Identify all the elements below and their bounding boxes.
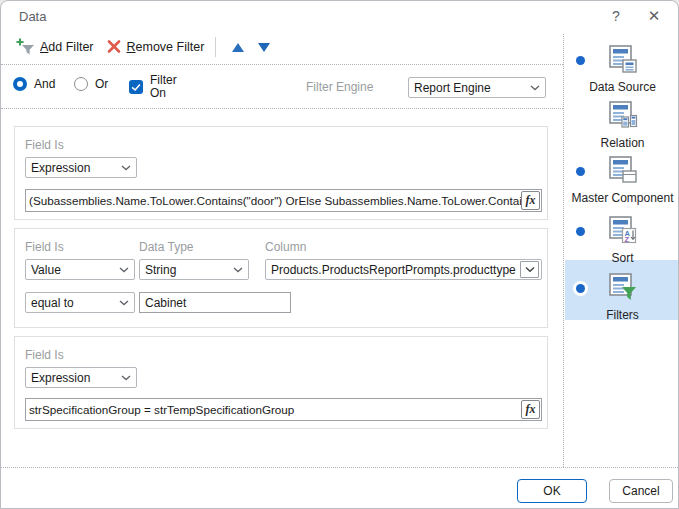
sidebar-item-relation[interactable]: Relation (564, 100, 679, 150)
sidebar-label: Sort (564, 251, 679, 265)
filter-panel-1: Field Is Expression (Subassemblies.Name.… (14, 126, 548, 220)
step-dot-icon (576, 56, 585, 65)
remove-filter-label: Remove Filter (127, 40, 205, 54)
field-is-label: Field Is (25, 138, 64, 152)
field-is-select-2[interactable]: Value (25, 259, 135, 280)
toolbar: Add Filter Remove Filter (9, 34, 277, 60)
radio-unchecked-icon (74, 77, 88, 91)
field-is-label: Field Is (25, 348, 64, 362)
add-filter-button[interactable]: Add Filter (9, 34, 100, 61)
column-select[interactable]: Products.ProductsReportPrompts.productty… (265, 259, 542, 280)
master-component-icon (607, 155, 639, 190)
arrow-down-icon (258, 43, 270, 52)
filter-options-strip: And Or Filter On Filter Engine Report En… (1, 64, 563, 109)
data-source-icon (607, 44, 639, 79)
chevron-down-icon (121, 165, 131, 171)
help-button[interactable]: ? (602, 5, 630, 27)
cancel-button[interactable]: Cancel (609, 479, 673, 503)
data-type-label: Data Type (139, 240, 193, 254)
move-down-button[interactable] (251, 36, 277, 58)
filter-on-label: Filter On (150, 74, 186, 100)
chevron-down-icon (530, 85, 540, 91)
data-dialog: Data ? ✕ Add Filter Remove Filter (0, 0, 679, 509)
relation-icon (607, 100, 639, 135)
step-dot-icon (576, 227, 585, 236)
filter-engine-select[interactable]: Report Engine (408, 77, 546, 98)
add-filter-icon (15, 37, 35, 58)
sidebar-label: Relation (564, 136, 679, 150)
field-is-select-1[interactable]: Expression (25, 157, 137, 178)
expression-field-2[interactable]: strSpecificationGroup = strTempSpecifica… (25, 398, 542, 421)
footer-separator (1, 467, 679, 468)
step-dot-icon (576, 284, 585, 293)
sidebar-label: Filters (564, 308, 679, 322)
and-radio-label: And (34, 77, 55, 91)
filter-engine-label: Filter Engine (306, 80, 373, 94)
arrow-up-icon (232, 43, 244, 52)
close-button[interactable]: ✕ (640, 5, 668, 27)
expression-field-1[interactable]: (Subassemblies.Name.ToLower.Contains("do… (25, 189, 542, 212)
fx-button[interactable]: fx (521, 400, 540, 419)
sidebar-label: Master Component (564, 191, 679, 205)
remove-filter-button[interactable]: Remove Filter (100, 35, 211, 60)
chevron-down-icon (119, 267, 129, 273)
move-up-button[interactable] (225, 36, 251, 58)
and-radio[interactable]: And (13, 77, 55, 91)
toolbar-separator (215, 37, 216, 57)
ok-button[interactable]: OK (517, 479, 587, 503)
fx-button[interactable]: fx (521, 191, 540, 210)
filter-panel-3: Field Is Expression strSpecificationGrou… (14, 336, 548, 429)
operator-select[interactable]: equal to (25, 292, 135, 313)
filter-on-checkbox[interactable]: Filter On (129, 74, 186, 100)
column-label: Column (265, 240, 306, 254)
title-bar: Data ? ✕ (1, 1, 678, 31)
chevron-down-icon (121, 375, 131, 381)
filter-panel-2: Field Is Data Type Column Value String P… (14, 228, 548, 328)
data-steps-sidebar: Data Source Relation (563, 34, 679, 467)
checkbox-checked-icon (129, 80, 143, 94)
or-radio[interactable]: Or (74, 77, 108, 91)
dialog-title: Data (19, 9, 46, 24)
field-is-select-3[interactable]: Expression (25, 367, 137, 388)
remove-filter-icon (106, 38, 122, 57)
step-dot-icon (576, 167, 585, 176)
filters-icon (607, 272, 639, 307)
svg-text:Z: Z (624, 235, 629, 244)
radio-checked-icon (13, 77, 27, 91)
or-radio-label: Or (95, 77, 108, 91)
data-type-select[interactable]: String (139, 259, 249, 280)
sidebar-label: Data Source (564, 80, 679, 94)
sidebar-item-data-source[interactable]: Data Source (564, 44, 679, 94)
sidebar-item-sort[interactable]: A Z Sort (564, 215, 679, 265)
chevron-down-icon (119, 300, 129, 306)
chevron-down-icon (233, 267, 243, 273)
sort-icon: A Z (607, 215, 639, 250)
value-input[interactable]: Cabinet (139, 292, 291, 313)
add-filter-label: Add Filter (40, 40, 94, 54)
sidebar-item-master-component[interactable]: Master Component (564, 155, 679, 205)
field-is-label: Field Is (25, 240, 64, 254)
sidebar-item-filters[interactable]: Filters (564, 272, 679, 322)
chevron-down-icon[interactable] (520, 261, 539, 278)
